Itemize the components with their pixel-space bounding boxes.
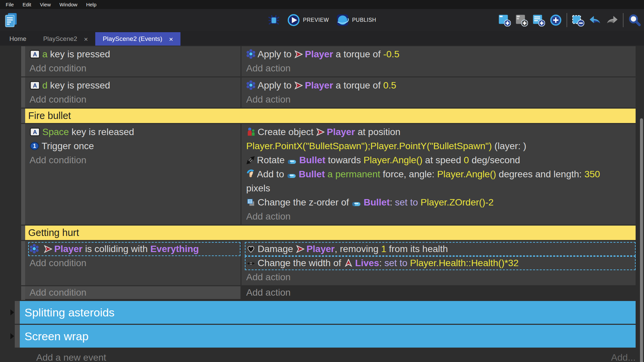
event-drag-handle[interactable] bbox=[21, 241, 25, 285]
condition-line[interactable]: Player is colliding with Everything bbox=[28, 242, 240, 256]
add-condition-link[interactable]: Add condition bbox=[28, 286, 240, 299]
rotate-icon bbox=[246, 156, 255, 165]
keyboard-icon: A bbox=[30, 81, 40, 90]
group-bar[interactable]: Splitting asteroids bbox=[20, 301, 636, 324]
menu-item-view[interactable]: View bbox=[36, 0, 55, 9]
action-line[interactable]: Change the z-order of Bullet: set to Pla… bbox=[245, 195, 636, 209]
redo-icon[interactable] bbox=[606, 14, 619, 26]
text-segment: (layer: ) bbox=[492, 141, 526, 151]
text-segment: 350 bbox=[584, 169, 600, 179]
action-line[interactable]: Damage Player, removing 1 from its healt… bbox=[245, 242, 636, 256]
text-segment: , removing bbox=[335, 244, 381, 254]
action-line[interactable]: Player.PointX("BulletSpawn");Player.Poin… bbox=[245, 139, 636, 153]
action-line[interactable]: Add to Bullet a permanent force, angle: … bbox=[245, 167, 636, 181]
text-segment: Bullet bbox=[299, 169, 325, 179]
condition-line[interactable]: ASpace key is released bbox=[28, 125, 240, 139]
text-segment: pixels bbox=[246, 183, 270, 193]
menu-item-help[interactable]: Help bbox=[82, 0, 101, 9]
delete-event-icon[interactable] bbox=[572, 14, 584, 26]
width-icon bbox=[246, 259, 256, 267]
undo-icon[interactable] bbox=[589, 14, 601, 26]
add-condition-link[interactable]: Add condition bbox=[28, 61, 240, 75]
event-drag-handle[interactable] bbox=[21, 226, 25, 240]
action-line[interactable]: Apply to Player a torque of -0.5 bbox=[245, 47, 636, 61]
group-bar[interactable]: Screen wrap bbox=[20, 325, 636, 348]
text-segment: key is pressed bbox=[48, 49, 110, 59]
comment-row: Getting hurt bbox=[21, 226, 636, 240]
menu-item-file[interactable]: File bbox=[1, 0, 18, 9]
text-segment: Add condition bbox=[30, 258, 87, 268]
caret-triangle bbox=[10, 333, 14, 339]
svg-text:A: A bbox=[33, 129, 37, 135]
bullet-icon bbox=[352, 201, 362, 207]
text-segment: Add action bbox=[246, 287, 290, 298]
text-segment: Bullet bbox=[364, 197, 390, 207]
event-cells: ASpace key is released1Trigger onceAdd c… bbox=[25, 124, 636, 225]
event-group-row: Screen wrap bbox=[5, 325, 636, 348]
text-segment: Add action bbox=[246, 272, 290, 282]
expand-caret-icon[interactable] bbox=[9, 301, 15, 324]
scrollbar-thumb[interactable] bbox=[640, 118, 643, 362]
add-action-link[interactable]: Add action bbox=[245, 286, 636, 299]
tab-playscene2[interactable]: PlayScene2× bbox=[36, 32, 96, 46]
action-line[interactable]: Change the width of Lives: set to Player… bbox=[245, 256, 636, 270]
comment-bar[interactable]: Getting hurt bbox=[25, 226, 636, 240]
event-drag-handle[interactable] bbox=[15, 325, 20, 348]
menu-item-window[interactable]: Window bbox=[55, 0, 82, 9]
add-action-link[interactable]: Add action bbox=[245, 270, 636, 284]
expand-caret-icon[interactable] bbox=[9, 325, 15, 348]
action-line[interactable]: Create object Player at position bbox=[245, 125, 636, 139]
text-segment: key is released bbox=[69, 127, 134, 137]
comment-bar[interactable]: Fire bullet bbox=[25, 109, 636, 123]
add-action-link[interactable]: Add action bbox=[245, 61, 636, 75]
condition-line[interactable]: Aa key is pressed bbox=[28, 47, 240, 61]
text-segment: Player.PointX("BulletSpawn");Player.Poin… bbox=[246, 141, 492, 151]
publish-button[interactable]: PUBLISH bbox=[336, 14, 376, 26]
event-cells: Add conditionAdd action bbox=[25, 286, 636, 300]
close-icon[interactable]: × bbox=[169, 36, 173, 43]
text-segment: at speed bbox=[423, 155, 464, 165]
add-event-icon[interactable] bbox=[498, 14, 511, 26]
action-line[interactable]: Rotate Bullet towards Player.Angle() at … bbox=[245, 153, 636, 167]
add-new-event-link[interactable]: Add a new event bbox=[36, 352, 106, 362]
action-line[interactable]: pixels bbox=[245, 181, 636, 195]
event-drag-handle[interactable] bbox=[21, 46, 25, 76]
add-more-link[interactable]: Add... bbox=[611, 352, 636, 362]
text-segment: Player.ZOrder()-2 bbox=[421, 197, 494, 207]
add-action-link[interactable]: Add action bbox=[245, 209, 636, 224]
actions-cell: Apply to Player a torque of 0.5Add actio… bbox=[240, 77, 636, 108]
event-drag-handle[interactable] bbox=[21, 286, 25, 300]
preview-button[interactable]: PREVIEW bbox=[287, 14, 329, 26]
debug-icon[interactable] bbox=[268, 14, 280, 26]
event-drag-handle[interactable] bbox=[21, 124, 25, 225]
menu-item-edit[interactable]: Edit bbox=[18, 0, 36, 9]
add-comment-icon[interactable] bbox=[532, 14, 545, 26]
text-segment: Bullet bbox=[299, 155, 325, 165]
svg-text:A: A bbox=[33, 51, 37, 58]
add-sub-event-icon[interactable] bbox=[515, 14, 528, 26]
add-new-icon[interactable] bbox=[549, 14, 562, 26]
event-drag-handle[interactable] bbox=[21, 77, 25, 108]
event-row: Player is colliding with EverythingAdd c… bbox=[21, 241, 636, 285]
add-condition-link[interactable]: Add condition bbox=[28, 256, 240, 270]
condition-line[interactable]: 1Trigger once bbox=[28, 139, 240, 153]
event-drag-handle[interactable] bbox=[21, 109, 25, 123]
event-cells: Ad key is pressedAdd conditionApply to P… bbox=[25, 77, 636, 108]
action-line[interactable]: Apply to Player a torque of 0.5 bbox=[245, 78, 636, 93]
add-action-link[interactable]: Add action bbox=[245, 93, 636, 107]
condition-line[interactable]: Ad key is pressed bbox=[28, 78, 240, 93]
event-drag-handle[interactable] bbox=[15, 301, 20, 324]
text-segment: a bbox=[42, 49, 48, 59]
tab-playscene2-events[interactable]: PlayScene2 (Events)× bbox=[95, 32, 180, 46]
event-row: Ad key is pressedAdd conditionApply to P… bbox=[21, 77, 636, 108]
svg-text:1: 1 bbox=[33, 143, 36, 149]
gdevelop-logo-icon[interactable] bbox=[4, 12, 18, 28]
add-condition-link[interactable]: Add condition bbox=[28, 93, 240, 107]
text-segment: is colliding with bbox=[83, 244, 150, 254]
tab-home[interactable]: Home bbox=[0, 32, 36, 46]
toolbar-right-icons bbox=[498, 9, 641, 31]
text-segment: Add action bbox=[246, 211, 290, 222]
add-condition-link[interactable]: Add condition bbox=[28, 153, 240, 167]
close-icon[interactable]: × bbox=[84, 36, 88, 43]
search-icon[interactable] bbox=[628, 14, 641, 26]
